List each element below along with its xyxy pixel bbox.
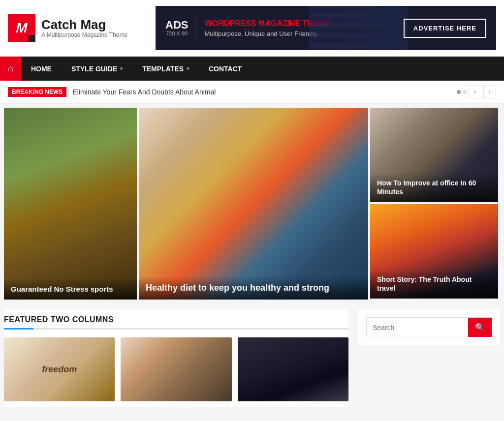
nav-item-style-guide[interactable]: STYLE GUIDE ▾ — [62, 58, 132, 80]
search-button[interactable]: 🔍 — [468, 318, 492, 337]
breaking-next-button[interactable]: › — [483, 86, 496, 98]
logo-icon: M — [8, 14, 35, 42]
ads-banner: ADS 728 X 90 WORDPRESS MAGAZINE THEME Mu… — [156, 6, 496, 50]
freedom-text: freedom — [42, 364, 77, 375]
nav-item-contact[interactable]: CONTACT — [199, 58, 252, 80]
nav-item-home[interactable]: HOME — [21, 58, 62, 80]
search-widget: 🔍 — [358, 309, 500, 345]
chevron-down-icon: ▾ — [120, 66, 123, 71]
breaking-dot-1 — [457, 90, 461, 94]
search-icon: 🔍 — [475, 323, 485, 332]
article-image-left — [4, 108, 137, 300]
sidebar: 🔍 — [358, 309, 500, 407]
home-button[interactable]: ⌂ — [0, 57, 21, 81]
featured-article-left[interactable]: Guaranteed No Stress sports — [4, 108, 137, 300]
site-tagline: A Multipurpose Magazine Theme — [41, 31, 127, 38]
featured-article-right-bottom[interactable]: Short Story: The Truth About travel — [370, 204, 498, 299]
home-icon: ⌂ — [8, 63, 13, 74]
site-name: Catch Mag — [41, 18, 127, 32]
article-caption-center: Healthy diet to keep you healthy and str… — [139, 276, 368, 300]
bottom-section: FEATURED TWO COLUMNS freedom 🔍 — [0, 300, 504, 417]
breaking-news-bar: BREAKING NEWS Eliminate Your Fears And D… — [0, 81, 504, 104]
nav-items: HOME STYLE GUIDE ▾ TEMPLATES ▾ CONTACT — [21, 58, 252, 80]
featured-article-center[interactable]: Healthy diet to keep you healthy and str… — [139, 108, 368, 300]
header: M Catch Mag A Multipurpose Magazine Them… — [0, 0, 504, 57]
featured-articles-grid: Guaranteed No Stress sports Healthy diet… — [0, 104, 504, 300]
featured-article-right-top[interactable]: How To Improve at office In 60 Minutes — [370, 108, 498, 202]
featured-two-columns-section: FEATURED TWO COLUMNS freedom — [4, 309, 348, 407]
breaking-news-label: BREAKING NEWS — [8, 87, 66, 97]
breaking-prev-button[interactable]: ‹ — [469, 86, 481, 98]
article-caption-right-top: How To Improve at office In 60 Minutes — [370, 173, 498, 202]
article-grid: freedom — [4, 337, 348, 407]
article-caption-right-bottom: Short Story: The Truth About travel — [370, 269, 498, 299]
article-thumb-2[interactable] — [121, 337, 231, 401]
article-caption-left: Guaranteed No Stress sports — [4, 278, 137, 300]
logo-text: Catch Mag A Multipurpose Magazine Theme — [41, 18, 127, 39]
search-input[interactable] — [367, 319, 468, 336]
ads-label-block: ADS 728 X 90 — [165, 20, 188, 36]
article-thumb-3[interactable] — [238, 337, 348, 401]
nav-item-templates[interactable]: TEMPLATES ▾ — [132, 58, 199, 80]
logo-area: M Catch Mag A Multipurpose Magazine Them… — [8, 14, 146, 42]
breaking-news-nav: ‹ › — [457, 86, 496, 98]
section-title: FEATURED TWO COLUMNS — [4, 315, 114, 324]
ads-label: ADS — [165, 20, 188, 30]
article-thumb-1[interactable]: freedom — [4, 337, 115, 401]
search-box: 🔍 — [366, 317, 492, 337]
section-header: FEATURED TWO COLUMNS — [4, 309, 348, 330]
navigation: ⌂ HOME STYLE GUIDE ▾ TEMPLATES ▾ CONTACT — [0, 57, 504, 81]
chevron-down-icon: ▾ — [187, 66, 189, 71]
featured-articles-right: How To Improve at office In 60 Minutes S… — [370, 108, 498, 300]
ads-city-bg — [309, 6, 408, 50]
breaking-dot-2 — [463, 90, 467, 94]
advertise-button[interactable]: ADVERTISE HERE — [404, 19, 486, 38]
breaking-news-text: Eliminate Your Fears And Doubts About An… — [72, 88, 451, 96]
ads-size: 728 X 90 — [165, 30, 188, 36]
ads-divider — [196, 16, 196, 40]
article-image-center — [139, 108, 368, 300]
